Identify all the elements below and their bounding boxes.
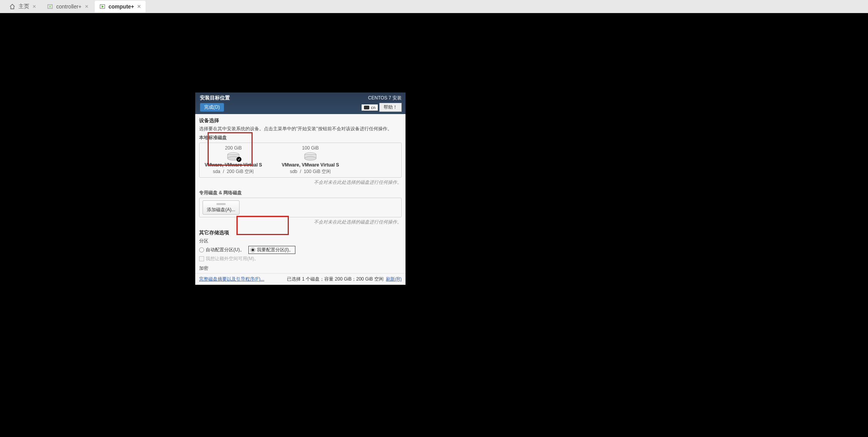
hard-drive-icon: ✓	[227, 152, 240, 161]
radio-manual-partition[interactable]: 我要配置分区(I)。	[248, 246, 295, 254]
svg-point-8	[305, 156, 316, 160]
disk-name: VMware, VMware Virtual S	[280, 162, 341, 168]
note-no-action: 不会对未在此处选择的磁盘进行任何操作。	[199, 179, 402, 186]
footer-bar: 完整磁盘摘要以及引导程序(F)... 已选择 1 个磁盘；容量 200 GiB；…	[195, 273, 406, 285]
hard-drive-icon	[304, 152, 317, 161]
header-right: CENTOS 7 安装 cn 帮助！	[362, 95, 402, 112]
checkbox-icon	[199, 256, 204, 261]
keyboard-icon	[364, 106, 369, 109]
installer-header: 安装目标位置 完成(D) CENTOS 7 安装 cn 帮助！	[195, 92, 406, 114]
close-icon[interactable]: ✕	[85, 4, 89, 9]
radio-label: 自动配置分区(U)。	[206, 247, 245, 253]
note-no-action-2: 不会对未在此处选择的磁盘进行任何操作。	[199, 219, 402, 225]
full-disk-summary-link[interactable]: 完整磁盘摘要以及引导程序(F)...	[199, 276, 264, 282]
disk-item-sda[interactable]: 200 GiB ✓ VMware, VMware Virtual S sda /…	[203, 145, 264, 175]
footer-status-text: 已选择 1 个磁盘；容量 200 GiB；200 GiB 空闲 刷新(R)	[287, 276, 402, 282]
help-button[interactable]: 帮助！	[379, 103, 402, 112]
home-icon	[9, 3, 15, 10]
add-disk-label: 添加磁盘(A)...	[207, 207, 235, 213]
local-disks-container: 200 GiB ✓ VMware, VMware Virtual S sda /…	[199, 143, 402, 178]
local-disks-head: 本地标准磁盘	[199, 134, 402, 141]
radio-label: 我要配置分区(I)。	[257, 247, 293, 253]
checkbox-extra-space: 我想让额外空间可用(M)。	[199, 255, 402, 262]
tab-label: controller+	[56, 3, 82, 10]
disk-sub: sda / 200 GiB 空闲	[203, 168, 264, 175]
svg-marker-2	[102, 5, 104, 8]
svg-rect-9	[216, 203, 226, 205]
disk-item-sdb[interactable]: 100 GiB VMware, VMware Virtual S sdb / 1…	[280, 145, 341, 175]
disk-size: 100 GiB	[280, 145, 341, 151]
installer-window: 安装目标位置 完成(D) CENTOS 7 安装 cn 帮助！ 设备选择 选择要…	[195, 92, 406, 285]
encryption-head: 加密	[199, 265, 402, 272]
checkbox-label: 我想让额外空间可用(M)。	[206, 255, 259, 262]
tab-bar: 主页 ✕ controller+ ✕ compute+ ✕	[0, 0, 868, 13]
add-disk-button[interactable]: 添加磁盘(A)...	[203, 200, 240, 215]
device-selection-head: 设备选择	[199, 117, 402, 124]
tab-controller[interactable]: controller+ ✕	[42, 1, 93, 12]
special-disks-head: 专用磁盘 & 网络磁盘	[199, 190, 402, 196]
disk-size: 200 GiB	[203, 145, 264, 151]
vm-workspace: 安装目标位置 完成(D) CENTOS 7 安装 cn 帮助！ 设备选择 选择要…	[0, 13, 868, 437]
tab-label: 主页	[18, 3, 29, 10]
partition-radio-group: 自动配置分区(U)。 我要配置分区(I)。	[199, 246, 402, 254]
tab-home[interactable]: 主页 ✕	[5, 1, 41, 12]
close-icon[interactable]: ✕	[32, 4, 36, 9]
keyboard-layout-code: cn	[371, 105, 375, 110]
partition-head: 分区	[199, 238, 402, 244]
other-storage-head: 其它存储选项	[199, 229, 402, 236]
tab-compute[interactable]: compute+ ✕	[95, 1, 146, 12]
installer-body: 设备选择 选择要在其中安装系统的设备。点击主菜单中的"开始安装"按钮前不会对该设…	[195, 114, 406, 272]
disk-name: VMware, VMware Virtual S	[203, 162, 264, 168]
close-icon[interactable]: ✕	[137, 4, 141, 9]
done-button[interactable]: 完成(D)	[200, 103, 224, 112]
refresh-link[interactable]: 刷新(R)	[386, 276, 402, 282]
tab-label: compute+	[109, 3, 134, 10]
installer-brand: CENTOS 7 安装	[362, 95, 402, 101]
disk-sub: sdb / 100 GiB 空闲	[280, 168, 341, 175]
radio-auto-partition[interactable]: 自动配置分区(U)。	[199, 247, 245, 253]
vm-icon	[99, 3, 106, 10]
vm-icon	[47, 3, 53, 10]
selected-check-icon: ✓	[236, 157, 241, 162]
keyboard-layout-indicator[interactable]: cn	[362, 104, 378, 111]
device-selection-desc: 选择要在其中安装系统的设备。点击主菜单中的"开始安装"按钮前不会对该设备进行任何…	[199, 126, 402, 132]
